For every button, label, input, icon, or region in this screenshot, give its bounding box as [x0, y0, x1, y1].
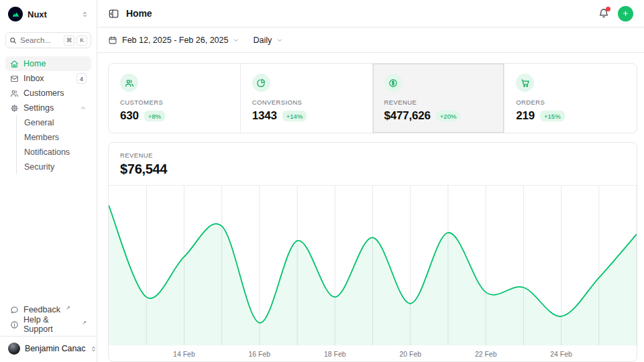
avatar	[8, 343, 20, 355]
footer-link-label: Help & Support	[23, 315, 76, 334]
settings-subnav: General Members Notifications Security	[16, 115, 91, 174]
external-link-icon: ↗	[66, 305, 70, 311]
x-axis-label: 14 Feb	[173, 351, 195, 358]
chart-pie-icon	[252, 74, 270, 92]
stat-value: 219	[516, 109, 535, 123]
sidebar-item-home[interactable]: Home	[5, 56, 91, 71]
plus-icon	[622, 9, 629, 17]
users-icon	[10, 89, 19, 98]
kbd-meta-key: ⌘	[64, 36, 74, 46]
sidebar-item-general[interactable]: General	[17, 115, 91, 130]
stat-value: 630	[120, 109, 139, 123]
stat-delta-badge: +14%	[282, 111, 307, 121]
x-axis-label: 22 Feb	[475, 351, 497, 358]
x-axis-label: 18 Feb	[324, 351, 346, 358]
user-menu[interactable]: Benjamin Canac	[5, 341, 91, 357]
stat-delta-badge: +15%	[540, 111, 565, 121]
search-icon	[9, 37, 17, 44]
main-area: Home Feb 12, 2025 - Feb 26, 2025	[97, 0, 644, 362]
stats-row: CUSTOMERS 630 +8% CONVERSIONS 1343 +14%	[108, 63, 637, 133]
sidebar-item-label: Home	[23, 59, 46, 68]
collapse-sidebar-button[interactable]	[108, 8, 119, 19]
x-axis-label: 20 Feb	[399, 351, 421, 358]
stat-label: CUSTOMERS	[120, 99, 229, 106]
sidebar-item-label: Notifications	[24, 147, 70, 157]
x-axis-label: 24 Feb	[550, 351, 572, 358]
cart-icon	[516, 74, 534, 92]
sidebar-item-label: General	[24, 118, 54, 127]
sidebar-item-security[interactable]: Security	[17, 160, 91, 174]
stat-label: REVENUE	[384, 99, 493, 106]
period-label: Daily	[253, 36, 272, 45]
chat-bubble-icon	[10, 306, 19, 314]
stat-delta-badge: +8%	[144, 111, 165, 121]
stat-value: 1343	[252, 109, 277, 123]
chart-plot-area[interactable]: 14 Feb16 Feb18 Feb20 Feb22 Feb24 Feb	[109, 186, 637, 361]
period-select[interactable]: Daily	[253, 36, 283, 45]
chevron-up-down-icon	[81, 11, 89, 18]
dashboard-content: CUSTOMERS 630 +8% CONVERSIONS 1343 +14%	[97, 53, 644, 362]
stat-card-conversions[interactable]: CONVERSIONS 1343 +14%	[241, 64, 373, 133]
chevron-down-icon	[233, 37, 239, 44]
sidebar-nav: Home Inbox 4 Customers Settings	[5, 56, 91, 174]
sidebar-item-label: Inbox	[23, 74, 44, 83]
sidebar-footer: Feedback ↗ Help & Support ↗ Benjamin Can…	[5, 302, 91, 357]
search-input[interactable]: Search... ⌘ K	[5, 32, 91, 48]
external-link-icon: ↗	[82, 320, 87, 326]
nuxt-logo-icon	[8, 7, 23, 21]
stat-card-revenue[interactable]: REVENUE $477,626 +20%	[373, 64, 505, 133]
date-range-picker[interactable]: Feb 12, 2025 - Feb 26, 2025	[108, 36, 239, 45]
chevron-up-icon	[80, 105, 87, 111]
stat-delta-badge: +20%	[436, 111, 461, 121]
sidebar-item-label: Customers	[23, 88, 64, 98]
search-shortcut: ⌘ K	[64, 36, 87, 46]
add-button[interactable]	[618, 6, 633, 21]
kbd-k-key: K	[76, 36, 87, 46]
revenue-chart-card: REVENUE $76,544 14 Feb16 Feb18 Feb20 Feb…	[108, 142, 637, 362]
app-window: Nuxt Search... ⌘ K Home	[0, 0, 644, 362]
top-bar-actions	[598, 6, 633, 21]
filter-bar: Feb 12, 2025 - Feb 26, 2025 Daily	[97, 27, 644, 53]
users-icon	[120, 74, 138, 92]
top-bar: Home	[97, 0, 644, 27]
search-placeholder: Search...	[20, 36, 60, 44]
sidebar-item-settings[interactable]: Settings	[5, 101, 91, 115]
user-name: Benjamin Canac	[25, 344, 85, 353]
chart-total-value: $76,544	[120, 162, 625, 177]
stat-label: ORDERS	[516, 99, 625, 106]
sidebar-item-customers[interactable]: Customers	[5, 86, 91, 101]
notification-dot	[606, 7, 610, 11]
chevron-down-icon	[276, 37, 283, 44]
stat-label: CONVERSIONS	[252, 99, 361, 106]
inbox-icon	[10, 74, 19, 83]
notifications-button[interactable]	[598, 8, 609, 19]
chart-header: REVENUE $76,544	[109, 143, 637, 186]
gear-icon	[10, 104, 19, 113]
footer-link-label: Feedback	[23, 305, 60, 314]
sidebar: Nuxt Search... ⌘ K Home	[0, 0, 97, 362]
sidebar-item-notifications[interactable]: Notifications	[17, 145, 91, 160]
team-name: Nuxt	[28, 9, 76, 19]
stat-card-customers[interactable]: CUSTOMERS 630 +8%	[109, 64, 241, 133]
chevron-up-down-icon	[90, 345, 97, 353]
x-axis-label: 16 Feb	[249, 351, 271, 358]
info-circle-icon	[10, 320, 19, 329]
revenue-area-chart: 14 Feb16 Feb18 Feb20 Feb22 Feb24 Feb	[109, 186, 637, 361]
circle-dollar-icon	[384, 74, 402, 92]
sidebar-item-inbox[interactable]: Inbox 4	[5, 71, 91, 86]
stat-card-orders[interactable]: ORDERS 219 +15%	[504, 64, 637, 133]
sidebar-item-members[interactable]: Members	[17, 130, 91, 145]
page-title: Home	[126, 8, 152, 19]
chart-title: REVENUE	[120, 152, 625, 159]
sidebar-item-label: Members	[24, 133, 59, 142]
home-icon	[10, 60, 19, 68]
help-support-link[interactable]: Help & Support ↗	[5, 317, 91, 332]
sidebar-divider	[0, 336, 97, 337]
sidebar-item-label: Security	[24, 162, 54, 172]
calendar-icon	[108, 36, 117, 45]
stat-value: $477,626	[384, 109, 431, 123]
team-switcher[interactable]: Nuxt	[5, 5, 91, 23]
date-range-label: Feb 12, 2025 - Feb 26, 2025	[122, 36, 228, 45]
inbox-count-badge: 4	[76, 73, 87, 84]
sidebar-item-label: Settings	[23, 103, 54, 113]
